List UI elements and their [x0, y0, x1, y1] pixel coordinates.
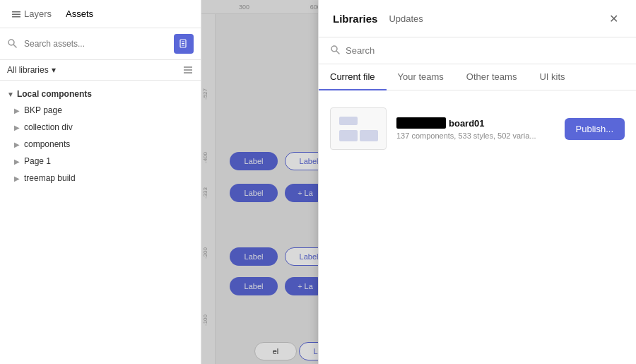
- svg-point-3: [8, 40, 14, 45]
- local-components-label: Local components: [17, 89, 92, 99]
- library-name: board01: [396, 117, 555, 129]
- svg-line-13: [337, 52, 340, 54]
- search-icon: [7, 38, 18, 49]
- nav-item-label: Page 1: [24, 156, 51, 166]
- libraries-panel: Libraries Updates ✕ Current file Your te…: [318, 0, 636, 364]
- tab-assets[interactable]: Assets: [60, 6, 99, 22]
- panel-title: Libraries: [333, 13, 377, 25]
- sidebar-tab-bar: Layers Assets: [0, 0, 201, 28]
- layers-tab-label: Layers: [24, 8, 52, 19]
- svg-rect-1: [12, 13, 20, 15]
- item-arrow-icon: ▶: [14, 107, 20, 115]
- nav-item-components[interactable]: ▶ components: [0, 136, 201, 153]
- panel-search-bar: [319, 37, 636, 64]
- library-info: board01 137 components, 533 styles, 502 …: [396, 117, 555, 140]
- assets-tab-label: Assets: [66, 8, 93, 19]
- panel-body: board01 137 components, 533 styles, 502 …: [319, 90, 636, 364]
- all-libraries-dropdown[interactable]: All libraries ▾: [7, 65, 56, 75]
- item-arrow-icon: ▶: [14, 175, 20, 182]
- thumb-cell-1: [339, 130, 358, 141]
- nav-item-page1[interactable]: ▶ Page 1: [0, 153, 201, 170]
- svg-rect-0: [12, 11, 20, 13]
- tab-layers[interactable]: Layers: [6, 6, 57, 22]
- library-meta: 137 components, 533 styles, 502 varia...: [396, 131, 555, 140]
- panel-title-area: Libraries Updates: [333, 12, 423, 25]
- all-libraries-label: All libraries: [7, 65, 49, 75]
- item-arrow-icon: ▶: [14, 124, 20, 131]
- panel-search-input[interactable]: [346, 45, 625, 56]
- nav-item-collection-div[interactable]: ▶ collection div: [0, 119, 201, 136]
- nav-item-treemap-build[interactable]: ▶ treemap build: [0, 170, 201, 187]
- svg-point-12: [331, 46, 337, 52]
- list-view-icon[interactable]: [182, 64, 194, 76]
- library-item: board01 137 components, 533 styles, 502 …: [330, 102, 625, 155]
- panel-header: Libraries Updates ✕: [319, 0, 636, 37]
- close-button[interactable]: ✕: [605, 10, 622, 27]
- thumb-cell-wide: [339, 117, 358, 125]
- panel-search-icon: [330, 45, 340, 57]
- panel-tab-updates[interactable]: Updates: [389, 12, 423, 25]
- library-thumbnail: [330, 107, 387, 150]
- libraries-book-icon[interactable]: [174, 34, 194, 54]
- tab-current-file[interactable]: Current file: [319, 64, 387, 90]
- local-components-section: ▼ Local components ▶ BKP page ▶ collecti…: [0, 81, 201, 192]
- sidebar: Layers Assets All libraries ▾: [0, 0, 201, 364]
- item-arrow-icon: ▶: [14, 158, 20, 165]
- nav-item-label: collection div: [24, 122, 73, 132]
- svg-rect-2: [12, 16, 20, 18]
- library-name-suffix: board01: [449, 118, 485, 129]
- libraries-toolbar: All libraries ▾: [0, 60, 201, 81]
- nav-item-label: components: [24, 139, 70, 149]
- local-components-header[interactable]: ▼ Local components: [0, 86, 201, 102]
- nav-item-label: BKP page: [24, 105, 62, 115]
- thumb-cell-2: [360, 130, 378, 141]
- chevron-down-icon: ▾: [52, 65, 56, 75]
- search-bar: [0, 28, 201, 60]
- search-input[interactable]: [24, 39, 168, 49]
- layers-icon: [11, 9, 21, 19]
- nav-item-label: treemap build: [24, 173, 76, 183]
- svg-line-4: [14, 45, 17, 48]
- library-name-black-bar: [396, 117, 446, 129]
- nav-item-bkp-page[interactable]: ▶ BKP page: [0, 102, 201, 119]
- tab-your-teams[interactable]: Your teams: [387, 64, 455, 90]
- tab-ui-kits[interactable]: UI kits: [528, 64, 576, 90]
- section-chevron-icon: ▼: [7, 90, 14, 98]
- panel-content-tabs: Current file Your teams Other teams UI k…: [319, 64, 636, 90]
- item-arrow-icon: ▶: [14, 141, 20, 148]
- tab-other-teams[interactable]: Other teams: [455, 64, 529, 90]
- publish-button[interactable]: Publish...: [565, 118, 625, 140]
